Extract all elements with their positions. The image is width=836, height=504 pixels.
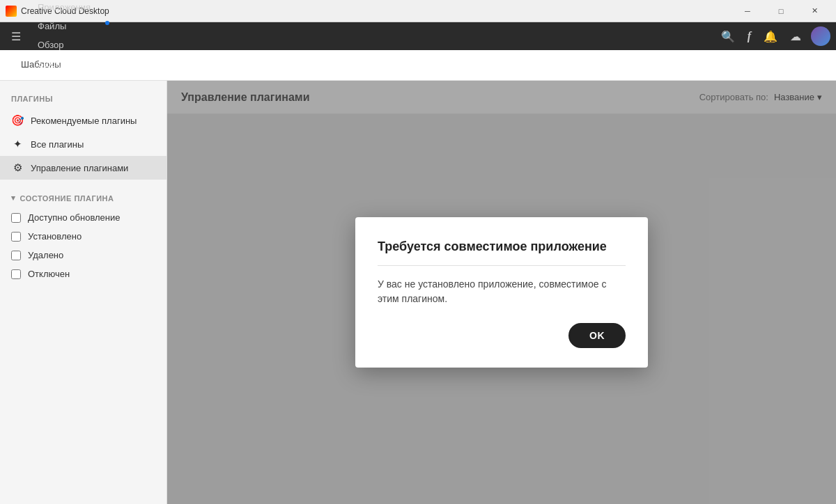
- sidebar-items: 🎯Рекомендуемые плагины✦Все плагины⚙Управ…: [0, 109, 167, 180]
- font-icon[interactable]: f: [745, 27, 754, 45]
- notification-icon[interactable]: 🔔: [761, 27, 780, 46]
- menu-item-stock[interactable]: Stock и Магазин: [29, 54, 114, 74]
- category-nav: РекомендуемоеФотоИллюстрацииВекторные из…: [0, 50, 836, 81]
- maximize-button[interactable]: □: [765, 0, 797, 22]
- window-controls: ─ □ ✕: [732, 0, 830, 22]
- sidebar: ПЛАГИНЫ 🎯Рекомендуемые плагины✦Все плаги…: [0, 81, 167, 504]
- search-icon[interactable]: 🔍: [718, 27, 738, 46]
- hamburger-menu[interactable]: ☰: [6, 26, 26, 47]
- sidebar-divider: [0, 180, 167, 188]
- dialog-body: У вас не установлено приложение, совмест…: [378, 277, 626, 306]
- menu-items: ПриложенияФайлыОбзорStock и Магазин: [29, 0, 114, 74]
- filter-label-disabled: Отключен: [28, 269, 70, 279]
- sidebar-section-title: ПЛАГИНЫ: [0, 92, 167, 109]
- filter-label-deleted: Удалено: [28, 250, 63, 260]
- chevron-down-icon: ▾: [11, 194, 16, 203]
- sidebar-item-manage[interactable]: ⚙Управление плагинами: [0, 156, 167, 180]
- avatar[interactable]: [811, 26, 830, 46]
- filter-items: Доступно обновлениеУстановленоУдаленоОтк…: [0, 208, 167, 283]
- filter-item-disabled[interactable]: Отключен: [0, 265, 167, 283]
- close-button[interactable]: ✕: [798, 0, 830, 22]
- content-area: Управление плагинами Сортировать по: Наз…: [167, 81, 836, 504]
- filter-checkbox-update[interactable]: [11, 213, 21, 223]
- menu-item-files[interactable]: Файлы: [29, 17, 114, 36]
- menu-item-apps[interactable]: Приложения: [29, 0, 114, 17]
- menu-bar: ☰ ПриложенияФайлыОбзорStock и Магазин 🔍 …: [0, 22, 836, 50]
- cloud-icon[interactable]: ☁: [787, 27, 804, 46]
- menu-item-overview[interactable]: Обзор: [29, 36, 114, 54]
- filter-label-installed: Установлено: [28, 231, 82, 242]
- dialog: Требуется совместимое приложение У вас н…: [355, 217, 648, 368]
- sidebar-item-all[interactable]: ✦Все плагины: [0, 132, 167, 156]
- app-icon: [6, 6, 17, 17]
- sidebar-item-icon-manage: ⚙: [11, 162, 24, 174]
- sidebar-item-label-all: Все плагины: [31, 139, 84, 150]
- sidebar-item-recommended[interactable]: 🎯Рекомендуемые плагины: [0, 109, 167, 132]
- filter-item-installed[interactable]: Установлено: [0, 227, 167, 246]
- main-area: ПЛАГИНЫ 🎯Рекомендуемые плагины✦Все плаги…: [0, 81, 836, 504]
- filter-item-update[interactable]: Доступно обновление: [0, 208, 167, 227]
- dialog-footer: OK: [378, 323, 626, 348]
- title-bar: Creative Cloud Desktop ─ □ ✕: [0, 0, 836, 22]
- menu-right-actions: 🔍 f 🔔 ☁: [718, 26, 830, 46]
- filter-checkbox-installed[interactable]: [11, 232, 21, 242]
- dialog-overlay: Требуется совместимое приложение У вас н…: [167, 81, 836, 504]
- filter-section-title: ▾ СОСТОЯНИЕ ПЛАГИНА: [0, 188, 167, 208]
- dialog-ok-button[interactable]: OK: [568, 323, 626, 348]
- sidebar-item-label-manage: Управление плагинами: [31, 163, 128, 173]
- sidebar-item-label-recommended: Рекомендуемые плагины: [31, 116, 137, 126]
- dialog-title: Требуется совместимое приложение: [378, 239, 626, 266]
- sidebar-item-icon-all: ✦: [11, 138, 24, 150]
- minimize-button[interactable]: ─: [732, 0, 764, 22]
- filter-label-update: Доступно обновление: [28, 212, 121, 223]
- filter-item-deleted[interactable]: Удалено: [0, 246, 167, 265]
- filter-checkbox-disabled[interactable]: [11, 269, 21, 279]
- app-title: Creative Cloud Desktop: [21, 6, 732, 16]
- filter-checkbox-deleted[interactable]: [11, 251, 21, 260]
- sidebar-item-icon-recommended: 🎯: [11, 114, 24, 127]
